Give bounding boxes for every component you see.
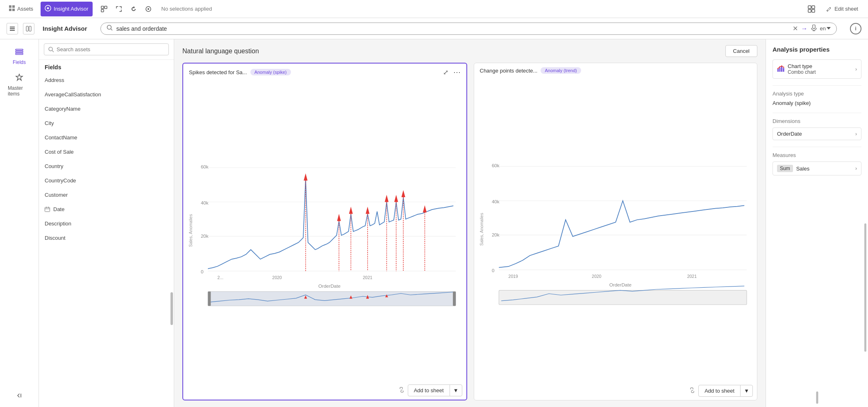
fields-scrollbar[interactable] xyxy=(170,292,173,325)
svg-marker-59 xyxy=(401,190,405,197)
mic-icon[interactable] xyxy=(811,25,817,33)
chart-type-item[interactable]: Chart type Combo chart › xyxy=(773,59,861,79)
dimension-item[interactable]: OrderDate › xyxy=(773,127,861,140)
measure-item[interactable]: Sum Sales › xyxy=(773,161,861,175)
combo-chart-icon xyxy=(777,65,784,74)
field-item-description[interactable]: Description xyxy=(39,216,174,231)
svg-rect-29 xyxy=(16,53,23,55)
sidebar-item-fields[interactable]: Fields xyxy=(3,44,36,68)
nav-tab-insight-advisor[interactable]: Insight Advisor xyxy=(41,2,93,16)
svg-point-22 xyxy=(107,25,111,30)
chart1-add-sheet-dropdown[interactable]: ▼ xyxy=(450,385,462,396)
bookmark-btn[interactable] xyxy=(142,2,155,16)
selection-tool-btn[interactable] xyxy=(98,2,111,16)
panel-toggle-btn-1[interactable] xyxy=(7,23,18,34)
svg-text:60k: 60k xyxy=(201,164,209,169)
rotate-btn[interactable] xyxy=(127,2,140,16)
field-label: City xyxy=(45,120,54,126)
svg-rect-27 xyxy=(16,49,23,50)
charts-area: Spikes detected for Sa... Anomaly (spike… xyxy=(174,63,766,407)
asset-panel: Fields Address AverageCallSatisfaction C… xyxy=(39,39,174,407)
chart1-body: 60k 40k 20k 0 Sales, Anomalies xyxy=(183,79,466,382)
field-item-customer[interactable]: Customer xyxy=(39,188,174,202)
field-item-country-code[interactable]: CountryCode xyxy=(39,173,174,188)
svg-text:40k: 40k xyxy=(201,200,209,205)
chart1-link-icon[interactable] xyxy=(399,387,404,394)
svg-text:OrderDate: OrderDate xyxy=(609,282,631,287)
master-items-label: Master items xyxy=(8,85,31,97)
svg-line-23 xyxy=(111,29,112,31)
search-input[interactable] xyxy=(116,25,789,32)
chart1-footer: Add to sheet ▼ xyxy=(183,382,466,400)
expand-btn[interactable] xyxy=(112,2,125,16)
svg-rect-68 xyxy=(208,291,456,306)
svg-rect-28 xyxy=(16,51,23,52)
field-item-date[interactable]: Date xyxy=(39,202,174,216)
svg-text:0: 0 xyxy=(491,268,494,273)
sidebar-bottom xyxy=(3,389,36,402)
svg-rect-2 xyxy=(9,9,11,11)
sidebar-collapse-btn[interactable] xyxy=(3,389,36,402)
right-panel-scrollbar[interactable] xyxy=(864,223,866,352)
divider-3 xyxy=(773,147,861,147)
edit-sheet-label: Edit sheet xyxy=(834,6,858,12)
top-nav: Assets Insight Advisor No selections app… xyxy=(0,0,868,18)
field-item-category[interactable]: CategoryName xyxy=(39,102,174,116)
field-item-discount[interactable]: Discount xyxy=(39,231,174,245)
svg-marker-55 xyxy=(385,195,389,202)
bottom-scroll-indicator xyxy=(816,391,818,404)
language-selector[interactable]: en xyxy=(820,25,831,32)
dimensions-heading: Dimensions xyxy=(773,118,861,124)
svg-marker-49 xyxy=(337,214,341,221)
calendar-icon xyxy=(45,207,50,212)
assets-grid-icon xyxy=(9,5,15,12)
chart-card-2: Change points detecte... Anomaly (trend)… xyxy=(474,63,758,400)
info-btn[interactable]: i xyxy=(850,23,861,34)
field-label: CategoryName xyxy=(45,106,80,112)
svg-rect-20 xyxy=(26,26,28,31)
svg-line-14 xyxy=(830,7,831,8)
edit-sheet-btn[interactable]: Edit sheet xyxy=(821,4,863,14)
analysis-type-section: Analysis type Anomaly (spike) xyxy=(773,91,861,106)
nav-tool-icons xyxy=(98,2,155,16)
field-item-cost-of-sale[interactable]: Cost of Sale xyxy=(39,145,174,159)
chart1-expand-btn[interactable]: ⤢ xyxy=(443,68,448,76)
chart-type-section: Chart type Combo chart › xyxy=(773,59,861,79)
chart2-add-sheet-btn[interactable]: Add to sheet ▼ xyxy=(698,385,753,397)
svg-rect-1 xyxy=(12,5,15,8)
chart1-add-sheet-btn[interactable]: Add to sheet ▼ xyxy=(408,384,462,396)
cancel-btn[interactable]: Cancel xyxy=(725,45,757,57)
svg-text:20k: 20k xyxy=(201,233,209,239)
svg-rect-90 xyxy=(777,69,779,72)
sidebar-item-master-items[interactable]: Master items xyxy=(3,70,36,100)
measure-badge: Sum xyxy=(777,165,793,172)
insight-advisor-label: Insight Advisor xyxy=(54,6,89,12)
svg-text:2...: 2... xyxy=(218,275,224,280)
grid-layout-btn[interactable] xyxy=(805,2,818,16)
chart2-add-sheet-dropdown[interactable]: ▼ xyxy=(741,385,752,396)
field-item-address[interactable]: Address xyxy=(39,73,174,87)
chart2-link-icon[interactable] xyxy=(689,387,695,394)
chart2-badge: Anomaly (trend) xyxy=(541,67,581,74)
field-item-avg-call[interactable]: AverageCallSatisfaction xyxy=(39,87,174,102)
fields-heading: Fields xyxy=(39,60,174,73)
nav-tab-assets[interactable]: Assets xyxy=(5,2,37,16)
search-forward-btn[interactable]: → xyxy=(801,25,808,32)
left-sidebar: Fields Master items xyxy=(0,39,39,407)
field-item-country[interactable]: Country xyxy=(39,159,174,173)
asset-search-input[interactable] xyxy=(57,46,164,52)
search-clear-btn[interactable]: ✕ xyxy=(793,25,798,32)
measure-chevron-icon: › xyxy=(855,166,857,171)
nlq-bar: Natural language question Cancel xyxy=(174,39,766,63)
second-bar: Insight Advisor ✕ → en i xyxy=(0,18,868,39)
master-items-icon xyxy=(15,73,23,84)
chart-type-label: Chart type xyxy=(788,63,816,69)
svg-text:40k: 40k xyxy=(491,199,499,204)
chart-header-1: Spikes detected for Sa... Anomaly (spike… xyxy=(183,64,466,79)
chart1-menu-btn[interactable]: ⋯ xyxy=(453,68,461,77)
field-item-contact[interactable]: ContactName xyxy=(39,130,174,145)
chart2-body: 60k 40k 20k 0 Sales, Anomalies xyxy=(474,76,757,382)
panel-toggle-btn-2[interactable] xyxy=(23,23,34,34)
chart2-footer: Add to sheet ▼ xyxy=(474,382,757,400)
field-item-city[interactable]: City xyxy=(39,116,174,130)
